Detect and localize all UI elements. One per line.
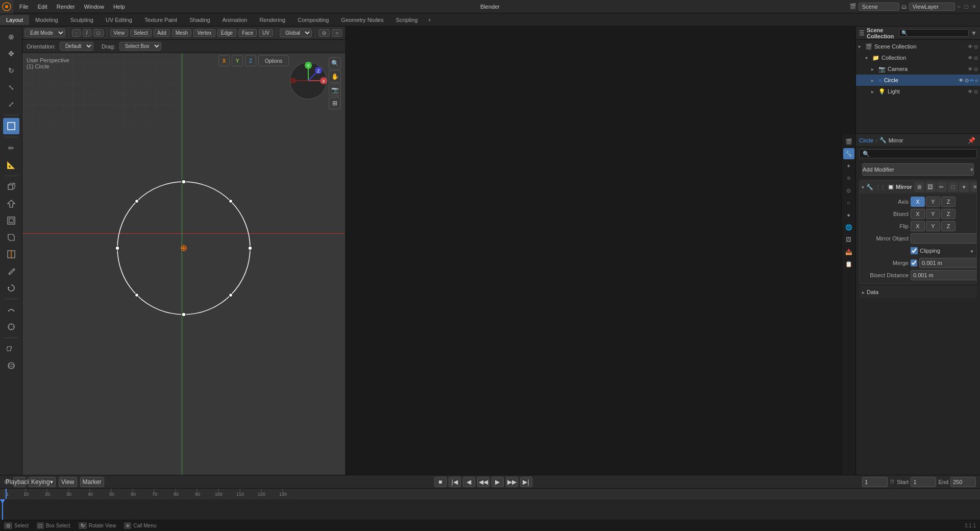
props-scene-icon[interactable]: 🎬	[843, 136, 854, 147]
proportional-btn[interactable]: ○	[332, 29, 342, 37]
toolbar-scale[interactable]: ⤡	[3, 79, 19, 95]
marker-menu[interactable]: Marker	[80, 477, 104, 487]
viewport-option-x[interactable]: X	[218, 55, 230, 66]
props-render-icon[interactable]: 🖼	[843, 234, 854, 245]
bisect-z-btn[interactable]: Z	[941, 209, 955, 219]
window-close[interactable]: ×	[972, 3, 976, 10]
mirror-cage-btn[interactable]: □	[948, 182, 958, 192]
merge-checkbox[interactable]	[911, 259, 917, 267]
orientation-value[interactable]: Default	[60, 42, 93, 51]
header-face-menu[interactable]: Face	[238, 29, 257, 37]
header-select-menu[interactable]: Select	[130, 29, 152, 37]
tab-shading[interactable]: Shading	[183, 15, 216, 25]
toolbar-cursor[interactable]: ⊕	[3, 29, 19, 45]
tree-item-scene-collection[interactable]: ▾ 🎬 Scene Collection 👁 ⊙	[856, 41, 980, 52]
props-modifier-icon[interactable]: 🔧	[843, 148, 854, 159]
tab-scripting[interactable]: Scripting	[389, 15, 424, 25]
tab-modeling[interactable]: Modeling	[29, 15, 64, 25]
mirror-render-btn[interactable]: 🖼	[925, 182, 936, 192]
axis-y-btn[interactable]: Y	[926, 197, 940, 207]
timeline-ruler[interactable]: 1 10 20 30 40 50 60 70 80 90 100 110 120	[0, 489, 980, 499]
playback-menu[interactable]: Playback ▾	[13, 477, 26, 487]
menu-file[interactable]: File	[15, 3, 33, 11]
scene-restrict-icon[interactable]: ⊙	[974, 44, 978, 50]
header-add-menu[interactable]: Add	[154, 29, 170, 37]
tab-sculpting[interactable]: Sculpting	[64, 15, 100, 25]
header-view-menu[interactable]: View	[110, 29, 129, 37]
tree-item-camera[interactable]: ▸ 📷 Camera 👁 ⊙	[856, 63, 980, 75]
tab-animation[interactable]: Animation	[216, 15, 254, 25]
menu-window[interactable]: Window	[80, 3, 108, 11]
next-frame-btn[interactable]: ▶▶	[506, 477, 518, 487]
end-frame-input[interactable]	[950, 477, 976, 487]
start-frame-input[interactable]	[911, 477, 936, 487]
mirror-edit-btn[interactable]: ✏	[937, 182, 947, 192]
overlay-hand[interactable]: ✋	[329, 70, 341, 83]
merge-value-input[interactable]	[919, 258, 977, 268]
tree-item-collection[interactable]: ▾ 📁 Collection 👁 ⊙	[856, 52, 980, 63]
overlay-camera[interactable]: 📷	[329, 84, 341, 96]
drag-value[interactable]: Select Box	[119, 42, 161, 51]
circle-edit-icon[interactable]: ✏	[970, 78, 974, 83]
flip-z-btn[interactable]: Z	[941, 221, 955, 231]
toolbar-move[interactable]: ✥	[3, 45, 19, 62]
jump-end-btn[interactable]: ▶|	[520, 477, 532, 487]
keying-menu[interactable]: Keying ▾	[29, 477, 56, 487]
toolbar-add-cube[interactable]	[3, 179, 19, 195]
view-menu[interactable]: View	[59, 477, 77, 487]
window-minimize[interactable]: −	[957, 3, 961, 10]
toolbar-shear[interactable]	[3, 341, 19, 357]
props-world-icon[interactable]: 🌐	[843, 222, 854, 233]
tree-item-light[interactable]: ▸ 💡 Light 👁 ⊙	[856, 86, 980, 97]
props-view-layer-icon[interactable]: 📋	[843, 258, 854, 270]
toolbar-shrink[interactable]	[3, 319, 19, 335]
tree-item-circle[interactable]: ▸ ○ Circle 👁 ⊙ ✏ ○	[856, 75, 980, 86]
header-uv-menu[interactable]: UV	[259, 29, 273, 37]
stop-btn[interactable]: ■	[434, 477, 447, 487]
props-object-icon[interactable]: ⊙	[843, 185, 854, 196]
props-material-icon[interactable]: ●	[843, 209, 854, 221]
circle-eye-icon[interactable]: 👁	[959, 78, 964, 83]
light-restrict-icon[interactable]: ⊙	[974, 89, 978, 94]
toolbar-loop-cut[interactable]	[3, 246, 19, 262]
tab-texture-paint[interactable]: Texture Paint	[138, 15, 183, 25]
viewport-3d[interactable]: User Perspective (1) Circle	[22, 53, 345, 475]
toolbar-spin[interactable]	[3, 280, 19, 296]
circle-data-icon[interactable]: ○	[975, 78, 978, 83]
menu-edit[interactable]: Edit	[34, 3, 52, 11]
axis-x-btn[interactable]: X	[911, 197, 925, 207]
props-object-data-icon[interactable]: ○	[843, 197, 854, 208]
tab-layout[interactable]: Layout	[0, 15, 29, 25]
bisect-distance-input[interactable]	[911, 270, 977, 280]
timeline-playhead-area[interactable]	[0, 499, 980, 520]
toolbar-annotate[interactable]: ✏	[3, 140, 19, 156]
bisect-y-btn[interactable]: Y	[926, 209, 940, 219]
outliner-filter-btn[interactable]: ▼	[971, 30, 977, 37]
mode-dropdown[interactable]: Edit Mode	[24, 29, 65, 37]
toolbar-rotate[interactable]: ↻	[3, 62, 19, 79]
cam-restrict-icon[interactable]: ⊙	[974, 66, 978, 72]
props-search-input[interactable]	[859, 149, 977, 158]
snap-btn[interactable]: ⊙	[318, 29, 330, 37]
mirror-close-btn[interactable]: ✕	[970, 182, 977, 192]
viewport-option-z[interactable]: Z	[245, 55, 256, 66]
orientation-dropdown[interactable]: Global	[280, 29, 312, 37]
prev-frame-btn[interactable]: ◀	[463, 477, 475, 487]
menu-help[interactable]: Help	[109, 3, 129, 11]
col-eye-icon[interactable]: 👁	[968, 55, 973, 61]
data-section-header[interactable]: ▸ Data	[859, 286, 977, 298]
clipping-dot-btn[interactable]: ●	[970, 248, 973, 254]
viewport-options-btn[interactable]: Options	[258, 55, 289, 66]
toolbar-active-tool[interactable]	[3, 118, 19, 134]
play-btn[interactable]: ▶	[492, 477, 504, 487]
cam-eye-icon[interactable]: 👁	[968, 66, 973, 72]
tab-rendering[interactable]: Rendering	[253, 15, 291, 25]
add-modifier-btn[interactable]: Add Modifier ▾	[862, 163, 974, 176]
col-restrict-icon[interactable]: ⊙	[974, 55, 978, 61]
viewport-option-y[interactable]: Y	[232, 55, 243, 66]
mirror-realtime-btn[interactable]: 🖥	[914, 182, 924, 192]
clipping-checkbox[interactable]	[911, 247, 918, 254]
header-mesh-menu[interactable]: Mesh	[172, 29, 191, 37]
scene-name-input[interactable]	[859, 3, 899, 11]
circle-restrict-icon[interactable]: ⊙	[965, 78, 969, 83]
